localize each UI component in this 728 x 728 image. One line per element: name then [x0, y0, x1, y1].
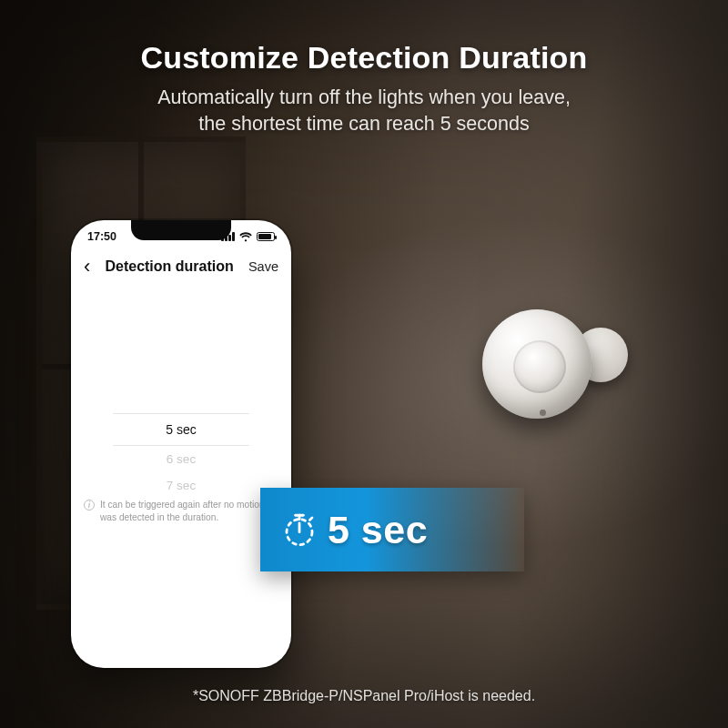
page-title: Detection duration	[105, 258, 233, 275]
motion-sensor-lens	[513, 340, 566, 393]
stopwatch-icon	[280, 511, 318, 549]
duration-picker[interactable]: 5 sec 6 sec 7 sec	[71, 413, 291, 499]
motion-sensor-indicator	[540, 410, 546, 416]
promo-scene: Customize Detection Duration Automatical…	[0, 0, 728, 728]
headline-block: Customize Detection Duration Automatical…	[0, 40, 728, 137]
battery-icon	[257, 232, 275, 241]
status-time: 17:50	[87, 230, 116, 243]
picker-option[interactable]: 7 sec	[71, 472, 291, 499]
wifi-icon	[239, 232, 252, 242]
helper-text: It can be triggered again after no motio…	[100, 499, 282, 524]
headline-subtitle: Automatically turn off the lights when y…	[55, 85, 673, 137]
headline-title: Customize Detection Duration	[55, 40, 673, 76]
footnote-text: *SONOFF ZBBridge-P/NSPanel Pro/iHost is …	[0, 688, 728, 704]
picker-selected-option[interactable]: 5 sec	[113, 413, 249, 446]
svg-line-4	[309, 518, 312, 521]
headline-sub-line2: the shortest time can reach 5 seconds	[198, 113, 529, 135]
app-navbar: ‹ Detection duration Save	[71, 248, 291, 286]
helper-text-row: i It can be triggered again after no mot…	[84, 499, 282, 524]
duration-banner-label: 5 sec	[328, 508, 428, 552]
phone-mockup: 17:50 ‹ Detection duration Save 5 sec 6 …	[71, 220, 291, 668]
info-icon: i	[84, 500, 95, 511]
headline-sub-line1: Automatically turn off the lights when y…	[157, 86, 571, 108]
picker-option[interactable]: 6 sec	[71, 446, 291, 472]
duration-banner: 5 sec	[260, 488, 524, 571]
phone-notch	[131, 220, 231, 240]
save-button[interactable]: Save	[248, 259, 278, 274]
back-button[interactable]: ‹	[84, 257, 90, 277]
